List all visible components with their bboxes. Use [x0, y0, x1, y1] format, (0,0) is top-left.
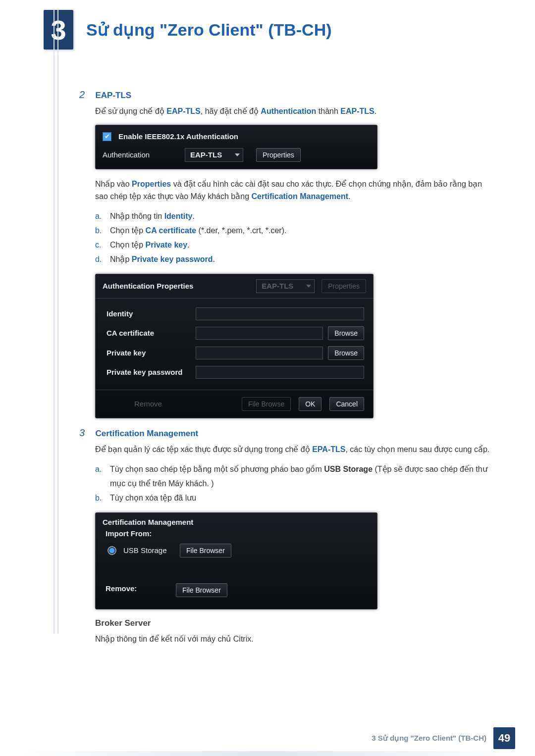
enable-8021x-label: Enable IEEE802.1x Authentication [118, 132, 238, 141]
properties-instruction: Nhấp vào Properties và đặt cấu hình các … [95, 178, 490, 203]
enable-8021x-checkbox[interactable] [103, 132, 111, 141]
eap-tls-intro: Để sử dụng chế độ EAP-TLS, hãy đặt chế đ… [95, 105, 490, 118]
kw-eap-tls: EAP-TLS [166, 107, 200, 115]
kw-ca-certificate: CA certificate [146, 226, 197, 235]
step-c: c.Chọn tệp Private key. [95, 238, 490, 252]
text: . [187, 241, 189, 249]
private-key-password-input[interactable] [196, 366, 364, 379]
text: Tùy chọn sao chép tệp bằng một số phương… [110, 465, 324, 473]
cert-mgmt-title: Certification Management [103, 518, 370, 526]
ok-button[interactable]: OK [299, 397, 321, 411]
text: thành [316, 107, 340, 115]
kw-private-key-password: Private key password [132, 255, 213, 263]
section-title: Certification Management [95, 429, 198, 438]
text: . [193, 212, 195, 220]
list-marker: b. [95, 224, 110, 238]
cert-mgmt-steps: a.Tùy chọn sao chép tệp bằng một số phươ… [95, 462, 490, 505]
kw-cert-mgmt: Certification Management [252, 192, 349, 201]
usb-storage-label: USB Storage [123, 546, 173, 554]
text: Chọn tệp [110, 226, 146, 235]
list-marker: a. [95, 462, 110, 491]
text: Nhập thông tin [110, 212, 164, 220]
cert-mgmt-panel: Certification Management Import From: US… [95, 512, 377, 609]
step-b: b.Chọn tệp CA certificate (*.der, *.pem,… [95, 224, 490, 238]
step-b: b.Tùy chọn xóa tệp đã lưu [95, 491, 490, 505]
text: Để sử dụng chế độ [95, 107, 166, 115]
broker-server-text: Nhập thông tin để kết nối với máy chủ Ci… [95, 633, 490, 646]
cert-mgmt-intro: Để bạn quản lý các tệp xác thực được sử … [95, 444, 490, 456]
text: Nhập [110, 255, 132, 263]
footer-chapter-label: 3 Sử dụng "Zero Client" (TB-CH) [372, 734, 486, 743]
kw-identity: Identity [164, 212, 193, 220]
section-number: 2 [79, 89, 93, 101]
chapter-number-badge: 3 [44, 10, 73, 50]
page-number-badge: 49 [493, 727, 515, 749]
file-browse-disabled: File Browse [242, 397, 291, 411]
text: EAP-TLS [262, 282, 293, 290]
chapter-header: 3 Sử dụng "Zero Client" (TB-CH) [0, 0, 535, 50]
remove-file-browser-button[interactable]: File Browser [176, 583, 227, 597]
authentication-dropdown[interactable]: EAP-TLS [185, 148, 243, 162]
authentication-label: Authentication [103, 151, 172, 159]
kw-properties: Properties [132, 180, 171, 188]
text: . [213, 255, 214, 263]
remove-label: Remove: [106, 584, 169, 593]
import-from-label: Import From: [103, 529, 370, 538]
text: (*.der, *.pem, *.crt, *.cer). [196, 226, 286, 235]
footer-gradient [20, 751, 515, 756]
ca-certificate-input[interactable] [196, 327, 323, 340]
text: Để bạn quản lý các tệp xác thực được sử … [95, 445, 312, 454]
kw-private-key: Private key [146, 241, 188, 249]
usb-storage-radio[interactable] [107, 546, 116, 555]
private-key-password-label: Private key password [107, 368, 196, 376]
chevron-down-icon [235, 153, 240, 156]
list-marker: a. [95, 209, 110, 224]
cancel-button[interactable]: Cancel [329, 397, 364, 411]
ca-certificate-label: CA certificate [107, 329, 196, 337]
identity-input[interactable] [196, 307, 364, 320]
step-a: a.Tùy chọn sao chép tệp bằng một số phươ… [95, 462, 490, 491]
pk-browse-button[interactable]: Browse [328, 346, 364, 360]
step-a: a.Nhập thông tin Identity. [95, 209, 490, 224]
ca-browse-button[interactable]: Browse [328, 326, 364, 340]
text: , các tùy chọn menu sau được cung cấp. [345, 445, 489, 454]
text: , hãy đặt chế độ [201, 107, 261, 115]
auth-dropdown-disabled: EAP-TLS [256, 279, 315, 293]
section-broker-server: Broker Server Nhập thông tin để kết nối … [95, 618, 490, 646]
section-number: 3 [79, 427, 93, 439]
section-eap-tls: 2 EAP-TLS Để sử dụng chế độ EAP-TLS, hãy… [79, 89, 490, 418]
properties-button[interactable]: Properties [256, 148, 301, 162]
remove-ghost-label: Remove [105, 400, 162, 408]
kw-usb-storage: USB Storage [324, 465, 373, 473]
authentication-dropdown-value: EAP-TLS [190, 151, 222, 159]
section-title: EAP-TLS [95, 91, 131, 100]
left-vertical-rule [54, 10, 58, 634]
kw-eap-tls: EAP-TLS [340, 107, 374, 115]
properties-button-disabled: Properties [321, 279, 366, 293]
identity-label: Identity [107, 309, 196, 318]
list-marker: c. [95, 238, 110, 252]
private-key-input[interactable] [196, 347, 323, 359]
kw-authentication: Authentication [261, 107, 316, 115]
section-cert-mgmt: 3 Certification Management Để bạn quản l… [79, 427, 490, 609]
eap-tls-steps: a.Nhập thông tin Identity. b.Chọn tệp CA… [95, 209, 490, 266]
text: . [348, 192, 350, 201]
text: Nhấp vào [95, 180, 132, 188]
list-marker: d. [95, 252, 110, 267]
broker-server-title: Broker Server [95, 618, 490, 628]
import-file-browser-button[interactable]: File Browser [180, 544, 231, 557]
step-d: d.Nhập Private key password. [95, 252, 490, 267]
page-footer: 3 Sử dụng "Zero Client" (TB-CH) 49 [0, 727, 535, 749]
enable-8021x-panel: Enable IEEE802.1x Authentication Authent… [95, 125, 377, 169]
text: Tùy chọn xóa tệp đã lưu [110, 491, 196, 505]
auth-properties-panel: Authentication Properties EAP-TLS Proper… [95, 274, 374, 418]
kw-epa-tls: EPA-TLS [312, 445, 345, 454]
list-marker: b. [95, 491, 110, 505]
auth-properties-title: Authentication Properties [103, 282, 193, 290]
text: . [374, 107, 376, 115]
private-key-label: Private key [107, 349, 196, 357]
text: Chọn tệp [110, 241, 146, 249]
chevron-down-icon [306, 285, 311, 288]
chapter-title: Sử dụng "Zero Client" (TB-CH) [86, 20, 332, 40]
